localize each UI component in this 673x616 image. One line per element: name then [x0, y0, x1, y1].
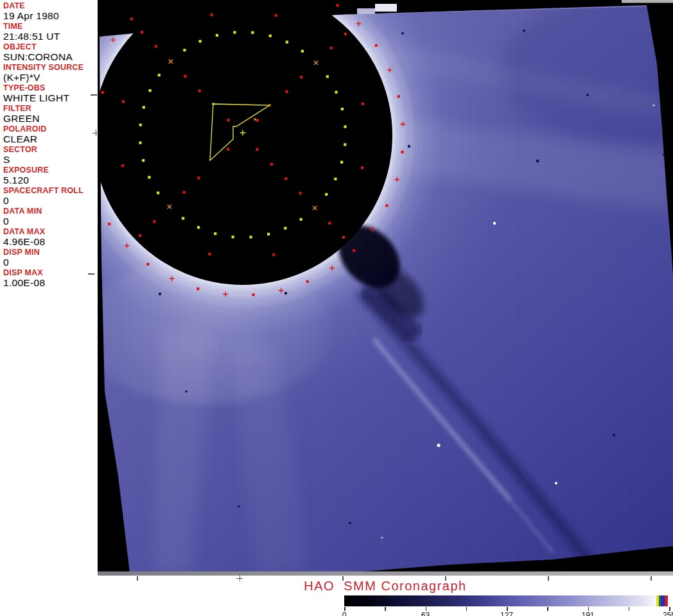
left-axis-tick — [91, 94, 97, 96]
fiducial-marker — [139, 141, 141, 144]
metadata-field: SPACECRAFT ROLL0 — [3, 187, 97, 206]
colorbar-tick-label: 191 — [581, 611, 594, 616]
metadata-field: TYPE-OBSWHITE LIGHT — [3, 84, 97, 103]
film-tab — [375, 4, 397, 12]
coronagraph-image — [98, 0, 673, 576]
fiducial-marker — [197, 287, 199, 290]
fiducial-marker — [299, 192, 302, 194]
colorbar — [344, 595, 669, 606]
fiducial-marker — [142, 159, 144, 162]
fiducial-marker — [267, 233, 270, 235]
metadata-field: DISP MAX1.00E-08 — [3, 269, 97, 288]
fiducial-marker — [208, 253, 211, 255]
field-value: WHITE LIGHT — [3, 92, 97, 103]
fiducial-marker — [306, 280, 309, 283]
fiducial-marker — [148, 89, 151, 92]
fiducial-marker — [325, 193, 328, 196]
fiducial-marker — [335, 91, 337, 94]
fiducial-marker — [199, 40, 202, 42]
field-label: DISP MIN — [3, 248, 97, 257]
fiducial-marker — [197, 226, 200, 228]
fiducial-marker — [252, 293, 254, 296]
fiducial-marker — [256, 119, 259, 121]
metadata-field: DATA MIN0 — [3, 207, 97, 227]
bottom-axis-tick — [548, 576, 549, 581]
fiducial-marker — [398, 95, 400, 98]
fiducial-marker — [334, 178, 336, 180]
fiducial-marker — [326, 75, 329, 78]
field-label: DATE — [3, 2, 97, 10]
fiducial-marker — [108, 223, 110, 225]
field-label: FILTER — [3, 105, 97, 113]
fiducial-marker — [148, 176, 150, 178]
fiducial-marker — [336, 4, 339, 6]
fiducial-marker — [143, 106, 145, 108]
field-label: TIME — [3, 22, 97, 31]
fiducial-marker — [353, 249, 355, 252]
fiducial-marker — [214, 232, 216, 235]
metadata-field: DATE19 Apr 1980 — [3, 2, 97, 21]
metadata-field: TIME21:48:51 UT — [3, 22, 97, 42]
fiducial-marker — [233, 31, 236, 33]
coronagraph-viewer: DATE19 Apr 1980TIME21:48:51 UTOBJECTSUN:… — [0, 0, 673, 616]
field-label: EXPOSURE — [3, 166, 97, 175]
fiducial-marker — [182, 217, 184, 219]
fiducial-marker — [184, 75, 186, 78]
fiducial-marker — [153, 220, 155, 223]
colorbar-tick-label: 127 — [500, 611, 513, 616]
field-label: DATA MAX — [3, 228, 97, 236]
fiducial-marker — [249, 235, 252, 238]
fiducial-marker — [344, 125, 346, 128]
fiducial-marker — [256, 148, 258, 151]
fiducial-marker — [340, 161, 343, 164]
bottom-axis-tick — [240, 575, 241, 581]
fiducial-marker — [385, 204, 388, 207]
fiducial-marker — [183, 49, 186, 51]
fiducial-marker — [183, 191, 186, 194]
gray-strip-bottom — [98, 572, 673, 576]
fiducial-marker — [328, 222, 331, 225]
metadata-field: SECTORS — [3, 146, 97, 165]
field-label: OBJECT — [3, 43, 97, 51]
field-label: INTENSITY SOURCE — [3, 64, 97, 72]
fiducial-marker — [211, 13, 213, 16]
fiducial-marker — [300, 218, 302, 221]
fiducial-marker — [284, 227, 286, 229]
fiducial-marker — [139, 234, 141, 237]
fiducial-marker — [361, 166, 363, 169]
metadata-field: DISP MIN0 — [3, 248, 97, 268]
fiducial-marker — [284, 177, 287, 180]
metadata-field: DATA MAX4.96E-08 — [3, 228, 97, 247]
field-value: CLEAR — [3, 133, 97, 144]
fiducial-marker — [341, 108, 344, 110]
field-label: TYPE-OBS — [3, 84, 97, 92]
colorbar-tick-label: 63 — [421, 611, 430, 616]
fiducial-marker — [130, 17, 133, 20]
field-value: 0 — [3, 195, 97, 206]
metadata-field: FILTERGREEN — [3, 105, 97, 124]
colorbar-tick — [385, 607, 386, 611]
field-label: DATA MIN — [3, 207, 97, 216]
fiducial-marker — [121, 164, 124, 167]
fiducial-marker — [272, 253, 275, 256]
gray-strip-top — [622, 0, 673, 3]
field-value: SUN:CORONA — [3, 51, 97, 62]
field-label: SECTOR — [3, 146, 97, 154]
field-value: 0 — [3, 257, 97, 268]
fiducial-marker — [197, 176, 200, 179]
fiducial-marker — [268, 104, 270, 106]
field-label: POLAROID — [3, 125, 97, 133]
colorbar-tick-label: 0 — [342, 611, 347, 616]
bottom-axis-tick — [137, 576, 138, 581]
fiducial-marker — [254, 118, 256, 120]
fiducial-marker — [330, 47, 333, 49]
fiducial-marker — [198, 89, 201, 92]
fiducial-marker — [122, 100, 125, 103]
left-axis-tick — [88, 273, 94, 275]
fiducial-marker — [285, 90, 288, 93]
colorbar-tick — [629, 607, 630, 611]
fiducial-marker — [344, 33, 347, 35]
left-axis-tick — [96, 130, 97, 136]
field-value: 0 — [3, 216, 97, 227]
fiducial-marker — [286, 40, 288, 43]
